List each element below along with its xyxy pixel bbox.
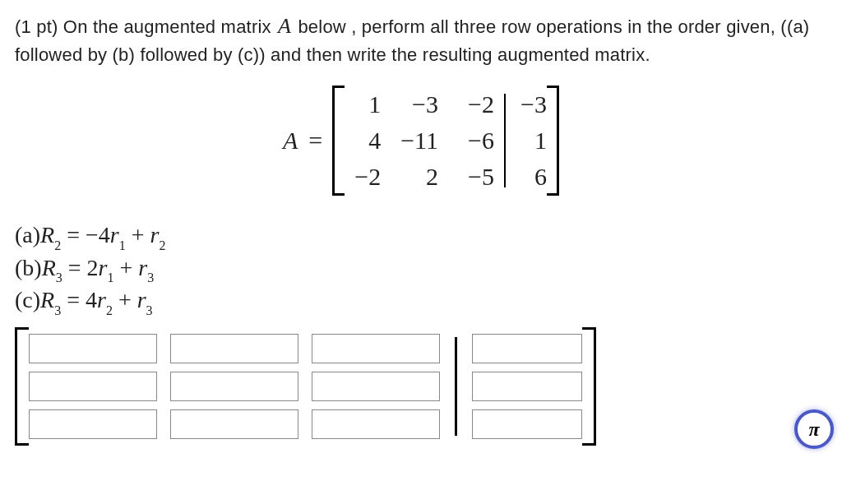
cell-0-0: 1: [345, 90, 381, 118]
answer-input-1-1[interactable]: [170, 372, 298, 401]
op-a-s2: 2: [159, 238, 165, 252]
operation-a: (a)R2 = −4r1 + r2: [15, 220, 827, 252]
operation-c: (c)R3 = 4r2 + r3: [15, 285, 827, 317]
cell-0-2: −2: [458, 90, 494, 118]
cell-2-1: 2: [400, 163, 438, 191]
op-b-r2: r: [138, 255, 147, 280]
op-b-Rsub: 3: [56, 270, 62, 284]
cell-0-1: −3: [400, 90, 438, 118]
op-a-R: R: [40, 222, 54, 247]
op-a-r2: r: [150, 222, 159, 247]
cell-2-2: −5: [458, 163, 494, 191]
answer-input-aug-1[interactable]: [472, 372, 582, 401]
op-c-s2: 3: [146, 303, 153, 317]
answer-input-2-2[interactable]: [312, 409, 440, 439]
op-c-Rsub: 3: [54, 303, 61, 317]
matrix-coeff-grid: 1 −3 −2 4 −11 −6 −2 2 −5: [345, 90, 494, 191]
op-a-rhs-coef: = −4: [67, 222, 110, 247]
answer-coeff-grid: [29, 334, 440, 439]
op-a-s1: 1: [119, 238, 126, 252]
aug-0: −3: [516, 90, 547, 118]
answer-input-aug-0[interactable]: [472, 334, 582, 363]
matrix-aug-column: −3 1 6: [516, 90, 547, 191]
op-b-plus: +: [113, 255, 138, 280]
op-a-Rsub: 2: [54, 238, 61, 252]
answer-augmented-matrix: [15, 327, 596, 446]
augment-divider: [504, 94, 506, 187]
answer-matrix-area: π: [15, 327, 827, 446]
answer-input-2-1[interactable]: [170, 409, 298, 439]
matrix-name: A: [283, 127, 298, 154]
problem-part1: (1 pt) On the augmented matrix: [15, 16, 276, 37]
op-c-rhs-coef: = 4: [67, 287, 97, 312]
op-b-r1: r: [99, 255, 108, 280]
op-c-label: (c): [15, 287, 40, 312]
op-a-label: (a): [15, 222, 40, 247]
problem-text: (1 pt) On the augmented matrix A below ,…: [15, 12, 827, 67]
op-a-r1: r: [110, 222, 119, 247]
answer-input-aug-2[interactable]: [472, 409, 582, 439]
op-b-label: (b): [15, 255, 42, 280]
matrix-definition: A = 1 −3 −2 4 −11 −6 −2 2 −5 −3 1: [15, 86, 827, 196]
answer-aug-column: [472, 334, 582, 439]
op-a-plus: +: [126, 222, 150, 247]
cell-1-0: 4: [345, 127, 381, 155]
answer-input-0-2[interactable]: [312, 334, 440, 363]
cell-1-1: −11: [400, 127, 438, 155]
answer-input-0-0[interactable]: [29, 334, 157, 363]
answer-input-1-2[interactable]: [312, 372, 440, 401]
op-b-s1: 1: [107, 270, 113, 284]
op-c-r2: r: [137, 287, 146, 312]
answer-augment-divider: [455, 337, 457, 436]
answer-input-2-0[interactable]: [29, 409, 157, 439]
augmented-matrix-A: 1 −3 −2 4 −11 −6 −2 2 −5 −3 1 6: [332, 86, 559, 196]
cell-1-2: −6: [458, 127, 494, 155]
aug-1: 1: [516, 127, 547, 155]
op-c-r1: r: [97, 287, 106, 312]
row-operations-list: (a)R2 = −4r1 + r2 (b)R3 = 2r1 + r3 (c)R3…: [15, 220, 827, 317]
operation-b: (b)R3 = 2r1 + r3: [15, 253, 827, 285]
answer-input-1-0[interactable]: [29, 372, 157, 401]
matrix-lhs: A =: [283, 127, 322, 155]
math-palette-button[interactable]: π: [794, 409, 834, 449]
op-c-R: R: [40, 287, 54, 312]
op-b-R: R: [42, 255, 56, 280]
op-b-rhs-coef: = 2: [68, 255, 99, 280]
op-c-plus: +: [113, 287, 137, 312]
cell-2-0: −2: [345, 163, 381, 191]
answer-input-0-1[interactable]: [170, 334, 298, 363]
op-c-s1: 2: [106, 303, 113, 317]
op-b-s2: 3: [147, 270, 154, 284]
equals-sign: =: [303, 127, 322, 154]
aug-2: 6: [516, 163, 547, 191]
matrix-symbol-A: A: [276, 14, 293, 38]
pi-icon: π: [808, 418, 819, 441]
